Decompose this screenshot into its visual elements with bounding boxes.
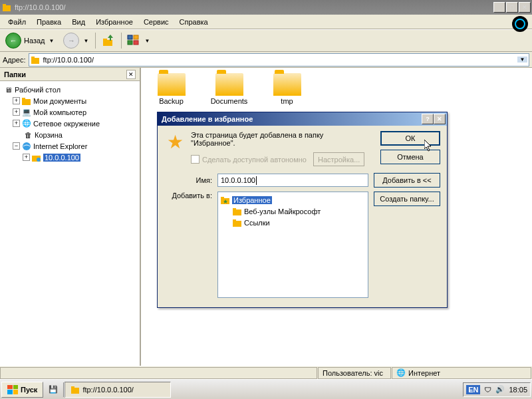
svg-rect-20 — [233, 219, 236, 221]
favorites-tree[interactable]: Избранное Веб-узлы Майкрософт Ссылки — [217, 192, 368, 298]
folder-icon — [232, 206, 243, 217]
status-user: Пользователь: vic — [323, 369, 383, 377]
svg-rect-11 — [22, 98, 25, 100]
system-tray[interactable]: EN 🛡 🔊 18:05 — [463, 382, 531, 397]
expander-icon[interactable]: + — [13, 97, 20, 104]
address-dropdown[interactable]: ▼ — [517, 57, 527, 63]
menu-view[interactable]: Вид — [66, 16, 90, 28]
language-indicator[interactable]: EN — [466, 385, 480, 394]
menubar: Файл Правка Вид Избранное Сервис Справка — [0, 15, 532, 29]
forward-arrow-icon: → — [63, 33, 79, 49]
svg-rect-17 — [233, 209, 241, 215]
expander-icon[interactable]: + — [13, 108, 20, 116]
expander-icon[interactable]: − — [13, 142, 20, 150]
maximize-button[interactable]: □ — [506, 2, 518, 13]
svg-rect-3 — [103, 39, 107, 41]
titlebar[interactable]: ftp://10.0.0.100/ _ □ ✕ — [0, 0, 532, 15]
folder-tree[interactable]: 🖥 Рабочий стол + Мои документы + 💻 Мой к… — [0, 81, 140, 166]
start-button[interactable]: Пуск — [1, 382, 43, 398]
forward-button[interactable]: → ▼ — [61, 31, 92, 50]
offline-label: Сделать доступной автономно — [202, 156, 307, 164]
svg-rect-19 — [233, 221, 241, 227]
back-label: Назад — [24, 37, 45, 45]
menu-file[interactable]: Файл — [3, 16, 31, 28]
network-icon: 🌐 — [21, 118, 32, 129]
tree-item-recycle: 🗑 Корзина — [3, 129, 137, 140]
back-button[interactable]: ← Назад ▼ — [3, 31, 58, 50]
offline-checkbox[interactable] — [191, 155, 200, 164]
back-arrow-icon: ← — [5, 33, 21, 49]
expander-icon[interactable]: + — [23, 154, 30, 161]
expander-icon[interactable]: + — [13, 120, 20, 127]
name-input[interactable]: 10.0.0.100 — [217, 174, 368, 187]
window-title: ftp://10.0.0.100/ — [15, 3, 493, 11]
computer-icon: 💻 — [21, 107, 32, 118]
cortana-icon[interactable] — [512, 16, 528, 32]
menu-help[interactable]: Справка — [174, 16, 213, 28]
cancel-button[interactable]: Отмена — [380, 150, 440, 164]
svg-rect-0 — [3, 5, 11, 11]
folder-icon — [215, 73, 243, 96]
ftp-folder-icon — [31, 152, 42, 163]
dialog-titlebar[interactable]: Добавление в избранное ? ✕ — [158, 112, 447, 126]
globe-icon: 🌐 — [396, 368, 406, 377]
tree-item-desktop: 🖥 Рабочий стол — [3, 84, 137, 95]
folder-label: Documents — [211, 97, 248, 105]
chevron-down-icon[interactable]: ▼ — [143, 38, 151, 44]
folder-item[interactable]: tmp — [262, 73, 312, 105]
folder-icon — [273, 73, 301, 96]
svg-rect-1 — [3, 4, 6, 6]
chevron-down-icon[interactable]: ▼ — [48, 38, 56, 44]
tree-item-documents: + Мои документы — [3, 95, 137, 106]
taskbar: Пуск 💾 ftp://10.0.0.100/ EN 🛡 🔊 18:05 — [0, 379, 532, 399]
folder-icon — [158, 73, 186, 96]
name-label: Имя: — [164, 176, 212, 184]
folder-item[interactable]: Backup — [146, 73, 196, 105]
folder-icon — [232, 217, 243, 228]
tree-item-ie: − Internet Explorer — [3, 140, 137, 152]
shield-icon[interactable]: 🛡 — [484, 386, 491, 394]
ok-button[interactable]: ОК — [380, 131, 440, 146]
menu-tools[interactable]: Сервис — [138, 16, 174, 28]
desktop-icon: 🖥 — [3, 84, 13, 95]
folder-item[interactable]: Documents — [204, 73, 254, 105]
up-button[interactable] — [98, 32, 118, 49]
menu-edit[interactable]: Правка — [31, 16, 66, 28]
clock[interactable]: 18:05 — [509, 386, 527, 394]
folder-label: Backup — [159, 97, 184, 105]
dialog-message: "Избранное". — [191, 139, 375, 147]
svg-rect-10 — [22, 99, 31, 105]
help-button[interactable]: ? — [422, 114, 434, 124]
sidebar-close-button[interactable]: ✕ — [126, 70, 136, 79]
svg-rect-4 — [128, 35, 132, 39]
volume-icon[interactable]: 🔊 — [495, 385, 505, 394]
chevron-down-icon[interactable]: ▼ — [82, 38, 90, 44]
svg-rect-9 — [31, 57, 35, 59]
tree-item-computer: + 💻 Мой компьютер — [3, 106, 137, 118]
sidebar-title: Папки — [4, 70, 126, 78]
dialog-close-button[interactable]: ✕ — [434, 114, 446, 124]
ftp-window-icon — [1, 2, 12, 13]
svg-rect-8 — [31, 58, 39, 64]
views-button[interactable]: ▼ — [124, 33, 154, 48]
folder-label: tmp — [281, 97, 293, 105]
close-button[interactable]: ✕ — [519, 2, 531, 13]
address-value: ftp://10.0.0.100/ — [41, 56, 517, 64]
add-in-button[interactable]: Добавить в << — [374, 173, 440, 188]
taskbar-item[interactable]: ftp://10.0.0.100/ — [65, 382, 171, 398]
menu-favorites[interactable]: Избранное — [90, 16, 138, 28]
status-zone: Интернет — [406, 369, 440, 377]
svg-rect-22 — [71, 386, 74, 388]
create-folder-button[interactable]: Создать папку... — [374, 192, 440, 206]
folder-icon — [21, 96, 32, 106]
address-input[interactable]: ftp://10.0.0.100/ ▼ — [29, 53, 529, 66]
ie-icon — [21, 141, 32, 152]
addressbar: Адрес: ftp://10.0.0.100/ ▼ — [0, 52, 532, 68]
recycle-icon: 🗑 — [23, 130, 33, 140]
windows-flag-icon — [7, 385, 18, 394]
svg-rect-16 — [221, 197, 224, 199]
quicklaunch-save-icon[interactable]: 💾 — [47, 384, 59, 396]
minimize-button[interactable]: _ — [493, 2, 505, 13]
tree-item-ftp-host: + 10.0.0.100 — [3, 152, 137, 163]
svg-rect-2 — [103, 40, 112, 46]
